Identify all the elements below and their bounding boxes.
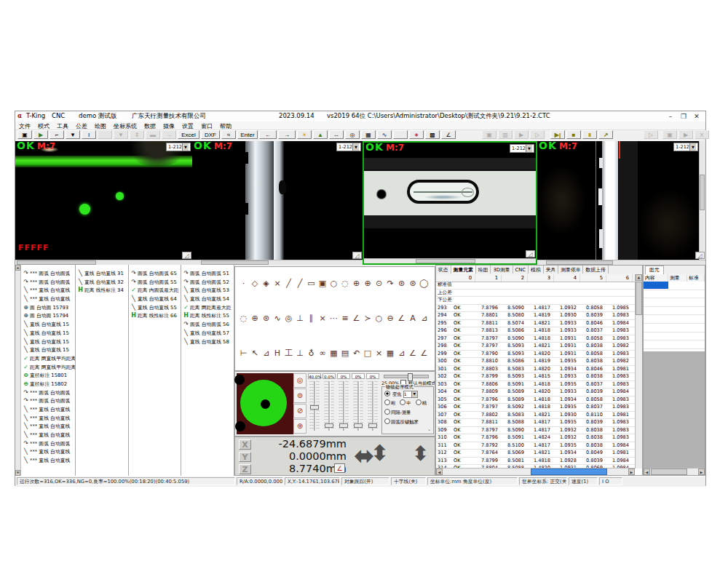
table-row[interactable]: 308OK7.88118.50881.48171.09350.80391.098…: [436, 419, 635, 427]
tool-icon[interactable]: □: [363, 347, 373, 360]
light-mode-button[interactable]: ⊚: [293, 388, 306, 403]
list-item[interactable]: ╲直线 自动直线 57: [182, 329, 234, 338]
toolbar-button[interactable]: ∿: [377, 130, 392, 139]
list-item[interactable]: ✓距离 两直线平均距离: [22, 354, 75, 363]
table-row[interactable]: 297OK7.87978.50901.48181.09310.80581.098…: [436, 335, 635, 343]
tool-icon[interactable]: ∞: [317, 347, 328, 360]
list-item[interactable]: ↷*** 圆弧 自动圆弧: [22, 269, 75, 278]
list-item[interactable]: ╲*** 直线 自动直线: [22, 431, 75, 439]
list-item[interactable]: ✓距离 两直线平均距离: [22, 363, 75, 372]
toolbar-button[interactable]: DXF: [201, 130, 220, 139]
detail-row[interactable]: [644, 332, 705, 341]
toolbar-button[interactable]: ▣: [17, 130, 32, 139]
tool-icon[interactable]: ↖: [250, 347, 261, 360]
tab-模拟[interactable]: 模拟: [529, 266, 544, 274]
toolbar-button[interactable]: ▣: [662, 130, 677, 139]
light-slider[interactable]: 0.0%: [323, 373, 336, 434]
tool-icon[interactable]: ○: [328, 277, 339, 290]
tool-icon[interactable]: ⊕: [351, 277, 362, 290]
tool-icon[interactable]: ⊙: [373, 277, 384, 290]
tool-icon[interactable]: ≡: [340, 312, 351, 325]
slope-tool-button[interactable]: ∠: [334, 463, 345, 473]
zoom-radio[interactable]: [384, 391, 390, 396]
tool-icon[interactable]: ◯: [419, 277, 430, 290]
list-item[interactable]: H距离 线性标注 66: [130, 311, 181, 320]
table-row[interactable]: 298OK7.87978.50931.48211.09310.80381.098…: [436, 343, 635, 351]
slider-thumb[interactable]: [325, 423, 333, 428]
toolbar-button[interactable]: ←: [259, 130, 277, 139]
maximize-button[interactable]: ❐: [678, 112, 689, 121]
toolbar-button[interactable]: [393, 130, 408, 139]
tool-icon[interactable]: A: [408, 312, 419, 325]
tool-icon[interactable]: ⊢: [238, 347, 249, 360]
camera-view-4[interactable]: OK M:7 1-212▼ ◿: [537, 141, 705, 265]
list-item[interactable]: ╲*** 直线 自动直线: [22, 414, 75, 423]
coarse-radio[interactable]: [384, 399, 390, 405]
toolbar-button[interactable]: ▣: [482, 130, 496, 139]
table-row[interactable]: 300OK7.88108.50861.48191.09350.80381.098…: [436, 358, 635, 366]
table-row[interactable]: 307OK7.88028.50831.48211.09300.81101.098…: [436, 412, 635, 420]
list-item[interactable]: ↷*** 圆弧 自动圆弧: [22, 278, 75, 287]
list-item[interactable]: H距离 线性标注 55: [182, 311, 234, 320]
tool-icon[interactable]: ×: [317, 312, 328, 325]
list-item[interactable]: ╲*** 直线 自动直线: [22, 405, 75, 414]
special-row[interactable]: 下公差: [436, 297, 635, 305]
list-item[interactable]: ╲*** 直线 自动直线: [22, 286, 75, 295]
toolbar-button[interactable]: ▶|: [550, 130, 565, 139]
toolbar-button[interactable]: [98, 130, 112, 139]
table-row[interactable]: 295OK7.88118.50741.48211.09330.80461.098…: [436, 320, 635, 328]
tool-icon[interactable]: ⊕: [250, 312, 261, 325]
chevron-down-icon[interactable]: ▼: [411, 391, 417, 397]
tool-icon[interactable]: ⊕: [363, 277, 373, 290]
table-row[interactable]: 301OK7.88038.50831.48201.09340.80461.098…: [436, 366, 635, 374]
slider-thumb[interactable]: [310, 405, 319, 410]
tool-icon[interactable]: ⊿: [419, 312, 430, 325]
scroll-up-icon[interactable]: ▲: [636, 274, 642, 281]
light-slider[interactable]: 0%: [366, 373, 380, 434]
tool-icon[interactable]: ⊛: [408, 277, 419, 290]
detail-row[interactable]: [644, 315, 705, 324]
tab-数据上传[interactable]: 数据上传: [583, 266, 608, 274]
detail-hscrollbar[interactable]: ◀ ▶: [644, 468, 705, 475]
ring-light-indicator[interactable]: [237, 373, 293, 434]
slider-thumb[interactable]: [339, 423, 348, 428]
tool-icon[interactable]: ⊿: [261, 347, 272, 360]
selected-cell[interactable]: [644, 282, 668, 289]
toolbar-button[interactable]: X: [695, 130, 709, 139]
tab-绘图[interactable]: 绘图: [476, 266, 491, 274]
toolbar-button[interactable]: ⇕: [130, 130, 144, 139]
tool-icon[interactable]: ╱: [295, 277, 306, 290]
list-item[interactable]: ↷圆弧 自动圆弧 51: [182, 269, 234, 278]
light-mode-button[interactable]: ⊘: [293, 404, 306, 418]
list-item[interactable]: ╲直线 自动直线 64: [130, 295, 181, 303]
tab-3D测量[interactable]: 3D测量: [491, 266, 513, 274]
toolbar-button[interactable]: ▥: [498, 130, 513, 139]
camera1-resize-grip[interactable]: ◿: [182, 252, 191, 259]
table-row[interactable]: 302OK7.87998.50931.48151.09330.80381.098…: [436, 373, 635, 381]
tool-icon[interactable]: ⋯: [328, 312, 339, 325]
table-row[interactable]: 312OK7.87648.50691.48211.09340.80491.098…: [436, 450, 635, 458]
tool-icon[interactable]: ·: [238, 277, 249, 290]
list-item[interactable]: ↷*** 圆弧 自动圆弧: [22, 439, 75, 448]
tool-icon[interactable]: ◎: [283, 312, 294, 325]
minimize-button[interactable]: –: [665, 112, 676, 121]
list-item[interactable]: ⊖直径标注 15802: [22, 380, 75, 388]
fine-radio[interactable]: [416, 399, 422, 405]
toolbar-button[interactable]: ▷: [530, 130, 545, 139]
light-slider[interactable]: 40.0%: [308, 373, 322, 434]
camera2-hscrollbar[interactable]: [192, 260, 363, 265]
scroll-up-icon[interactable]: ▲: [15, 265, 20, 271]
tab-测量元素[interactable]: 测量元素: [451, 266, 476, 274]
toolbar-button[interactable]: ▶: [678, 130, 693, 139]
special-row[interactable]: 标准值: [436, 282, 635, 290]
scroll-down-icon[interactable]: ▼: [15, 470, 20, 476]
list-item[interactable]: ↷圆弧 自动圆弧 55: [130, 278, 181, 287]
y-axis-button[interactable]: Y: [239, 452, 251, 462]
light-slider[interactable]: 0%: [352, 373, 365, 434]
detail-row[interactable]: [644, 324, 705, 332]
list-item[interactable]: ↷*** 圆弧 自动圆弧: [22, 396, 75, 405]
tool-icon[interactable]: ◌: [238, 312, 249, 325]
toolbar-button[interactable]: →: [162, 130, 176, 139]
toolbar-button[interactable]: ▷: [644, 130, 658, 139]
tool-icon[interactable]: 工: [283, 347, 294, 360]
